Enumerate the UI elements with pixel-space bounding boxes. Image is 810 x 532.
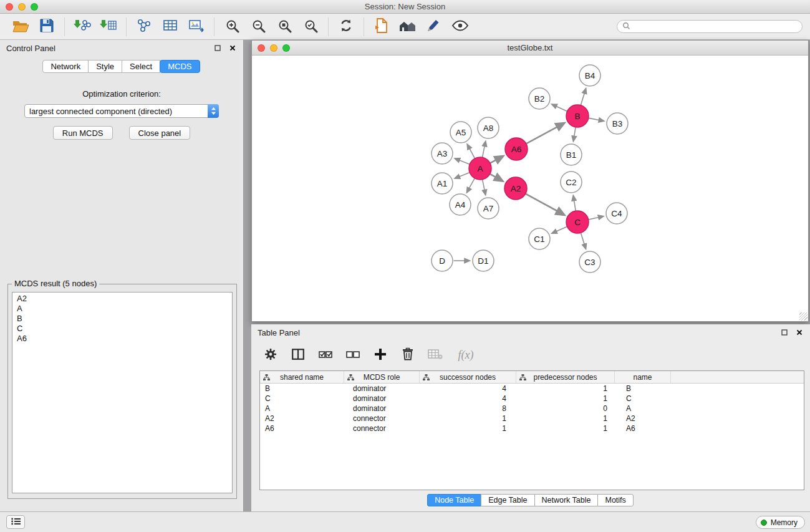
delete-table-button[interactable] xyxy=(425,344,446,365)
tab-network-table[interactable]: Network Table xyxy=(534,494,599,506)
network-window-titlebar[interactable]: testGlobe.txt xyxy=(252,41,808,56)
function-builder-button[interactable]: f(x) xyxy=(452,344,480,365)
table-cell[interactable]: 1 xyxy=(516,394,615,404)
run-mcds-button[interactable]: Run MCDS xyxy=(53,126,113,140)
network-zoom-button[interactable] xyxy=(282,44,290,52)
close-panel-button[interactable] xyxy=(228,44,237,52)
graph-edge-A-A7[interactable] xyxy=(483,180,486,195)
new-table-button[interactable] xyxy=(157,16,183,38)
memory-button[interactable]: Memory xyxy=(756,516,805,529)
delete-column-button[interactable] xyxy=(397,344,418,365)
table-cell[interactable]: dominator xyxy=(344,404,420,414)
export-image-button[interactable] xyxy=(183,16,210,38)
mcds-result-item[interactable]: A6 xyxy=(12,334,232,344)
table-cell[interactable]: 1 xyxy=(420,423,516,433)
search-field[interactable] xyxy=(617,20,803,33)
mcds-result-item[interactable]: A xyxy=(12,304,232,314)
table-cell[interactable]: 1 xyxy=(420,414,516,423)
select-all-columns-button[interactable] xyxy=(315,344,336,365)
table-cell[interactable]: dominator xyxy=(344,394,420,404)
graph-edge-A-A3[interactable] xyxy=(455,158,469,164)
table-cell[interactable]: 1 xyxy=(516,414,615,423)
graph-edge-A2-C[interactable] xyxy=(526,194,564,215)
graph-edge-B-B3[interactable] xyxy=(589,118,604,121)
zoom-fit-button[interactable] xyxy=(271,16,297,38)
table-row[interactable]: A6connector11A6 xyxy=(260,423,804,433)
save-session-button[interactable] xyxy=(34,16,60,38)
mcds-result-item[interactable]: B xyxy=(12,314,232,324)
zoom-in-button[interactable] xyxy=(219,16,245,38)
open-document-button[interactable] xyxy=(369,16,395,38)
mcds-result-list[interactable]: A2ABCA6 xyxy=(12,292,233,493)
table-cell[interactable]: 4 xyxy=(420,394,516,404)
tab-mcds[interactable]: MCDS xyxy=(160,60,200,73)
style-brush-button[interactable] xyxy=(421,16,447,38)
float-table-panel-button[interactable] xyxy=(780,328,789,337)
zoom-window-button[interactable] xyxy=(31,3,38,11)
table-settings-button[interactable] xyxy=(260,344,281,365)
table-cell[interactable]: 0 xyxy=(516,404,615,414)
table-cell[interactable]: 4 xyxy=(420,384,516,394)
mcds-result-item[interactable]: C xyxy=(12,324,232,334)
column-header-shared-name[interactable]: shared name xyxy=(260,371,344,383)
window-resize-grip[interactable] xyxy=(799,312,808,321)
graph-edge-B-B4[interactable] xyxy=(581,89,586,105)
close-window-button[interactable] xyxy=(6,3,13,11)
table-cell[interactable]: B xyxy=(615,384,671,394)
graph-edge-C-C4[interactable] xyxy=(589,216,603,220)
table-cell[interactable]: A6 xyxy=(615,423,671,433)
column-header-successor-nodes[interactable]: successor nodes xyxy=(420,371,516,383)
column-header-predecessor-nodes[interactable]: predecessor nodes xyxy=(516,371,615,383)
table-row[interactable]: Cdominator41C xyxy=(260,394,804,404)
tab-select[interactable]: Select xyxy=(122,60,160,73)
import-table-from-file-button[interactable] xyxy=(95,16,122,38)
zoom-out-button[interactable] xyxy=(245,16,271,38)
column-header-mcds-role[interactable]: MCDS role xyxy=(344,371,420,383)
tab-edge-table[interactable]: Edge Table xyxy=(481,494,534,506)
table-cell[interactable]: 1 xyxy=(516,384,615,394)
task-history-button[interactable] xyxy=(6,515,25,529)
graph-edge-A-A1[interactable] xyxy=(455,173,469,178)
graph-edge-C-C1[interactable] xyxy=(552,226,567,233)
table-cell[interactable]: 1 xyxy=(516,423,615,433)
graph-edge-C-C3[interactable] xyxy=(581,233,586,249)
minimize-window-button[interactable] xyxy=(18,3,26,11)
network-minimize-button[interactable] xyxy=(270,44,277,52)
table-cell[interactable]: A xyxy=(260,404,344,414)
float-panel-button[interactable] xyxy=(213,44,222,52)
tab-motifs[interactable]: Motifs xyxy=(597,494,633,506)
mcds-result-item[interactable]: A2 xyxy=(12,294,232,304)
graph-edge-A-A6[interactable] xyxy=(490,156,503,163)
tab-node-table[interactable]: Node Table xyxy=(427,494,481,506)
graph-edge-A6-B[interactable] xyxy=(526,123,564,143)
import-network-from-file-button[interactable] xyxy=(69,16,95,38)
optimization-criterion-select[interactable]: largest connected component (directed) xyxy=(24,104,219,118)
table-cell[interactable]: dominator xyxy=(344,384,420,394)
table-cell[interactable]: connector xyxy=(344,423,420,433)
tab-network[interactable]: Network xyxy=(42,60,89,73)
table-row[interactable]: Bdominator41B xyxy=(260,384,804,394)
open-session-button[interactable] xyxy=(7,16,34,38)
graph-edge-A-A5[interactable] xyxy=(467,144,475,158)
graph-edge-B-B2[interactable] xyxy=(552,104,567,111)
home-button[interactable] xyxy=(395,16,421,38)
search-input[interactable] xyxy=(634,22,797,31)
table-cell[interactable]: 8 xyxy=(420,404,516,414)
deselect-all-columns-button[interactable] xyxy=(342,344,364,365)
table-cell[interactable]: B xyxy=(260,384,344,394)
add-column-button[interactable] xyxy=(370,344,391,365)
show-hide-details-button[interactable] xyxy=(447,16,473,38)
table-cell[interactable]: C xyxy=(260,394,344,404)
zoom-selected-button[interactable] xyxy=(297,16,324,38)
close-table-panel-button[interactable] xyxy=(795,328,804,337)
new-network-button[interactable] xyxy=(131,16,157,38)
table-cell[interactable]: connector xyxy=(344,414,420,423)
graph-edge-A-A4[interactable] xyxy=(467,178,475,193)
tab-style[interactable]: Style xyxy=(88,60,122,73)
column-header-name[interactable]: name xyxy=(615,371,671,383)
table-cell[interactable]: A2 xyxy=(260,414,344,423)
show-columns-button[interactable] xyxy=(287,344,309,365)
network-close-button[interactable] xyxy=(258,44,265,52)
network-graph[interactable]: B4B2BB3A8A5A6B1A3AC2A1A2A4A7CC4C1C3DD1 xyxy=(252,56,808,321)
graph-edge-A-A8[interactable] xyxy=(483,142,486,157)
